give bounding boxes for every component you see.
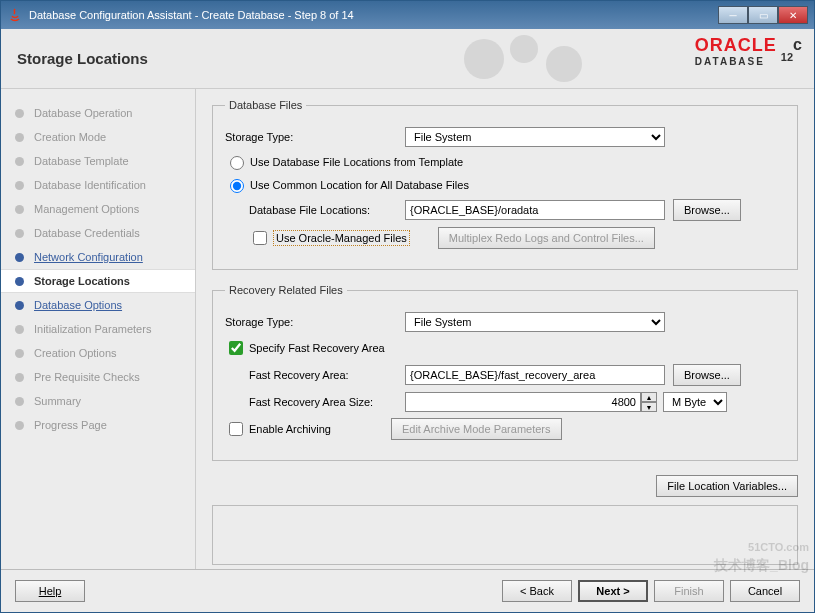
sidebar-item-12: Summary — [15, 389, 195, 413]
edit-archive-button[interactable]: Edit Archive Mode Parameters — [391, 418, 562, 440]
radio-template[interactable] — [230, 156, 244, 170]
step-bullet-icon — [15, 133, 24, 142]
step-bullet-icon — [15, 301, 24, 310]
sidebar-item-label: Storage Locations — [34, 275, 130, 287]
storage-type-select[interactable]: File System — [405, 127, 665, 147]
file-locations-input[interactable] — [405, 200, 665, 220]
sidebar-item-label: Database Options — [34, 299, 122, 311]
fra-size-input[interactable] — [405, 392, 641, 412]
recovery-storage-type-label: Storage Type: — [225, 316, 405, 328]
sidebar-item-5: Database Credentials — [15, 221, 195, 245]
window-title: Database Configuration Assistant - Creat… — [29, 9, 354, 21]
svg-point-1 — [510, 35, 538, 63]
svg-point-2 — [546, 46, 582, 82]
file-location-variables-button[interactable]: File Location Variables... — [656, 475, 798, 497]
sidebar-item-8[interactable]: Database Options — [15, 293, 195, 317]
sidebar-item-9: Initialization Parameters — [15, 317, 195, 341]
close-button[interactable]: ✕ — [778, 6, 808, 24]
storage-type-label: Storage Type: — [225, 131, 405, 143]
sidebar-item-4: Management Options — [15, 197, 195, 221]
page-title: Storage Locations — [17, 50, 148, 67]
sidebar-item-11: Pre Requisite Checks — [15, 365, 195, 389]
browse-db-files-button[interactable]: Browse... — [673, 199, 741, 221]
browse-fra-button[interactable]: Browse... — [673, 364, 741, 386]
main-panel: Database Files Storage Type: File System… — [196, 89, 814, 569]
radio-common-label: Use Common Location for All Database Fil… — [250, 179, 469, 191]
size-spin-down[interactable]: ▼ — [641, 402, 657, 412]
step-bullet-icon — [15, 277, 24, 286]
specify-fra-label: Specify Fast Recovery Area — [249, 342, 385, 354]
sidebar-item-label: Creation Mode — [34, 131, 106, 143]
step-bullet-icon — [15, 325, 24, 334]
sidebar-item-0: Database Operation — [15, 101, 195, 125]
omf-checkbox[interactable] — [253, 231, 267, 245]
back-button[interactable]: < Back — [502, 580, 572, 602]
sidebar-item-label: Network Configuration — [34, 251, 143, 263]
sidebar-item-label: Summary — [34, 395, 81, 407]
recovery-storage-type-select[interactable]: File System — [405, 312, 665, 332]
fra-input[interactable] — [405, 365, 665, 385]
fra-label: Fast Recovery Area: — [249, 369, 405, 381]
next-button[interactable]: Next > — [578, 580, 648, 602]
sidebar-item-3: Database Identification — [15, 173, 195, 197]
sidebar-item-label: Database Credentials — [34, 227, 140, 239]
multiplex-button[interactable]: Multiplex Redo Logs and Control Files... — [438, 227, 655, 249]
specify-fra-checkbox[interactable] — [229, 341, 243, 355]
titlebar: Database Configuration Assistant - Creat… — [1, 1, 814, 29]
archiving-label: Enable Archiving — [249, 423, 331, 435]
empty-panel — [212, 505, 798, 565]
footer: Help < Back Next > Finish Cancel — [1, 569, 814, 612]
step-bullet-icon — [15, 253, 24, 262]
step-bullet-icon — [15, 397, 24, 406]
sidebar-item-13: Progress Page — [15, 413, 195, 437]
database-files-legend: Database Files — [225, 99, 306, 111]
sidebar-item-10: Creation Options — [15, 341, 195, 365]
fra-size-label: Fast Recovery Area Size: — [249, 396, 405, 408]
sidebar-item-7: Storage Locations — [1, 269, 195, 293]
step-bullet-icon — [15, 229, 24, 238]
sidebar-item-label: Creation Options — [34, 347, 117, 359]
sidebar-item-2: Database Template — [15, 149, 195, 173]
banner: Storage Locations ORACLE DATABASE 12c — [1, 29, 814, 89]
size-spin-up[interactable]: ▲ — [641, 392, 657, 402]
sidebar-item-label: Pre Requisite Checks — [34, 371, 140, 383]
sidebar-item-6[interactable]: Network Configuration — [15, 245, 195, 269]
sidebar-item-label: Database Operation — [34, 107, 132, 119]
minimize-button[interactable]: ─ — [718, 6, 748, 24]
radio-common[interactable] — [230, 179, 244, 193]
omf-label: Use Oracle-Managed Files — [273, 230, 410, 246]
fra-size-unit-select[interactable]: M Bytes — [663, 392, 727, 412]
step-bullet-icon — [15, 109, 24, 118]
radio-template-label: Use Database File Locations from Templat… — [250, 156, 463, 168]
step-bullet-icon — [15, 181, 24, 190]
step-bullet-icon — [15, 349, 24, 358]
gears-decoration — [454, 29, 614, 89]
wizard-sidebar: Database OperationCreation ModeDatabase … — [1, 89, 196, 569]
recovery-files-group: Recovery Related Files Storage Type: Fil… — [212, 284, 798, 461]
sidebar-item-1: Creation Mode — [15, 125, 195, 149]
maximize-button[interactable]: ▭ — [748, 6, 778, 24]
help-button[interactable]: Help — [15, 580, 85, 602]
recovery-files-legend: Recovery Related Files — [225, 284, 347, 296]
step-bullet-icon — [15, 421, 24, 430]
sidebar-item-label: Progress Page — [34, 419, 107, 431]
oracle-logo: ORACLE DATABASE 12c — [695, 35, 802, 67]
step-bullet-icon — [15, 205, 24, 214]
svg-point-0 — [464, 39, 504, 79]
cancel-button[interactable]: Cancel — [730, 580, 800, 602]
sidebar-item-label: Management Options — [34, 203, 139, 215]
sidebar-item-label: Database Identification — [34, 179, 146, 191]
sidebar-item-label: Database Template — [34, 155, 129, 167]
step-bullet-icon — [15, 373, 24, 382]
java-icon — [7, 7, 23, 23]
file-locations-label: Database File Locations: — [249, 204, 405, 216]
database-files-group: Database Files Storage Type: File System… — [212, 99, 798, 270]
sidebar-item-label: Initialization Parameters — [34, 323, 151, 335]
finish-button[interactable]: Finish — [654, 580, 724, 602]
step-bullet-icon — [15, 157, 24, 166]
archiving-checkbox[interactable] — [229, 422, 243, 436]
